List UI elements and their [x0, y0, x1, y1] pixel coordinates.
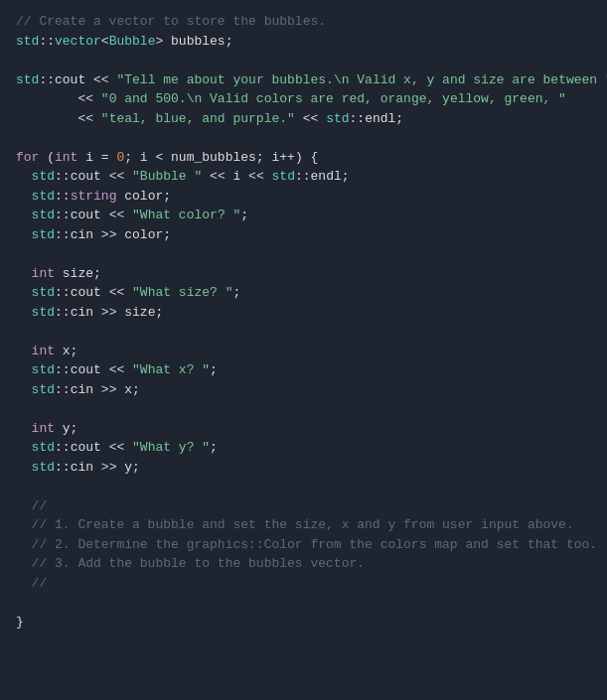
- code-plain: [16, 342, 32, 361]
- code-comment: // 2. Determine the graphics::Color from…: [16, 535, 597, 555]
- code-type: std: [32, 167, 55, 187]
- code-op: ::: [39, 32, 55, 52]
- code-keyword: string: [71, 187, 117, 207]
- code-plain: cout: [71, 283, 109, 303]
- code-plain: [295, 109, 303, 129]
- code-plain: [16, 283, 32, 303]
- code-plain: [318, 109, 326, 129]
- code-plain: [202, 167, 210, 187]
- code-type: std: [32, 225, 55, 245]
- code-op: ::: [39, 70, 55, 90]
- code-plain: color;: [116, 225, 171, 245]
- code-op: <<: [109, 206, 125, 225]
- code-type: std: [32, 380, 55, 400]
- code-plain: ;: [232, 283, 240, 303]
- code-plain: [16, 264, 32, 284]
- line-27: // 1. Create a bubble and set the size, …: [0, 515, 607, 535]
- code-op: ::: [55, 283, 71, 303]
- code-string: "Tell me about your bubbles.\n Valid x, …: [116, 70, 607, 90]
- line-9: std::cout << "Bubble " << i << std::endl…: [0, 167, 607, 187]
- code-op: ::: [55, 458, 71, 478]
- code-type: Bubble: [109, 32, 156, 52]
- line-31: [0, 593, 607, 613]
- code-plain: y;: [116, 458, 139, 478]
- line-23: std::cout << "What y? ";: [0, 438, 607, 458]
- code-op: ::: [295, 167, 311, 187]
- line-12: std::cin >> color;: [0, 225, 607, 245]
- code-plain: [16, 167, 32, 187]
- code-plain: [93, 109, 101, 129]
- line-29: // 3. Add the bubble to the bubbles vect…: [0, 554, 607, 574]
- line-15: std::cout << "What size? ";: [0, 283, 607, 303]
- code-op: ::: [55, 225, 71, 245]
- line-3: [0, 51, 607, 70]
- code-op: ::: [55, 206, 71, 225]
- code-plain: [124, 438, 132, 458]
- code-plain: [16, 303, 32, 323]
- line-25: [0, 477, 607, 496]
- code-op: <<: [109, 167, 125, 187]
- code-op: <<: [210, 167, 226, 187]
- code-op: >>: [101, 303, 117, 323]
- code-plain: ;: [210, 438, 218, 458]
- code-type: std: [32, 283, 55, 303]
- code-plain: color;: [116, 187, 171, 207]
- code-plain: cout: [71, 438, 109, 458]
- code-op: >>: [101, 380, 117, 400]
- code-op: >>: [101, 458, 117, 478]
- code-plain: cout: [55, 70, 93, 90]
- code-string: "0 and 500.\n Valid colors are red, oran…: [101, 89, 566, 109]
- code-plain: cout: [71, 167, 109, 187]
- code-comment: //: [16, 496, 47, 516]
- code-plain: [124, 167, 132, 187]
- code-op: <<: [77, 89, 93, 109]
- line-4: std::cout << "Tell me about your bubbles…: [0, 70, 607, 90]
- code-op: ::: [55, 380, 71, 400]
- code-type: std: [32, 438, 55, 458]
- line-6: << "teal, blue, and purple." << std::end…: [0, 109, 607, 129]
- line-22: int y;: [0, 419, 607, 439]
- code-plain: cin: [71, 225, 101, 245]
- code-plain: endl;: [311, 167, 350, 187]
- line-1: // Create a vector to store the bubbles.: [0, 12, 607, 32]
- code-op: <<: [109, 438, 125, 458]
- code-keyword: for: [16, 148, 39, 168]
- code-op: >>: [101, 225, 117, 245]
- line-28: // 2. Determine the graphics::Color from…: [0, 535, 607, 555]
- code-op: ::: [55, 187, 71, 207]
- code-op: ::: [55, 303, 71, 323]
- code-keyword: int: [32, 264, 55, 284]
- code-plain: [264, 167, 272, 187]
- line-19: std::cout << "What x? ";: [0, 360, 607, 380]
- code-type: std: [32, 360, 55, 380]
- code-plain: [124, 283, 132, 303]
- line-13: [0, 244, 607, 264]
- code-plain: [16, 187, 32, 207]
- code-plain: x;: [116, 380, 139, 400]
- code-op: <<: [93, 70, 109, 90]
- code-plain: i: [226, 167, 248, 187]
- code-plain: [16, 225, 32, 245]
- code-plain: ; i < num_bubbles; i++) {: [124, 148, 318, 168]
- code-plain: cout: [71, 206, 109, 225]
- code-string: "What size? ": [132, 283, 232, 303]
- line-16: std::cin >> size;: [0, 303, 607, 323]
- code-plain: y;: [55, 419, 77, 439]
- line-14: int size;: [0, 264, 607, 284]
- code-keyword: int: [32, 419, 55, 439]
- code-op: ::: [55, 167, 71, 187]
- code-plain: ;: [240, 206, 248, 225]
- code-plain: [93, 89, 101, 109]
- code-plain: }: [16, 613, 24, 632]
- code-plain: cin: [71, 303, 101, 323]
- code-type: std: [272, 167, 295, 187]
- code-plain: [16, 89, 77, 109]
- code-type: std: [16, 32, 39, 52]
- code-string: "What color? ": [132, 206, 240, 225]
- line-11: std::cout << "What color? ";: [0, 206, 607, 225]
- code-op: ::: [350, 109, 366, 129]
- code-plain: (: [39, 148, 55, 168]
- code-type: std: [32, 206, 55, 225]
- line-20: std::cin >> x;: [0, 380, 607, 400]
- line-18: int x;: [0, 342, 607, 361]
